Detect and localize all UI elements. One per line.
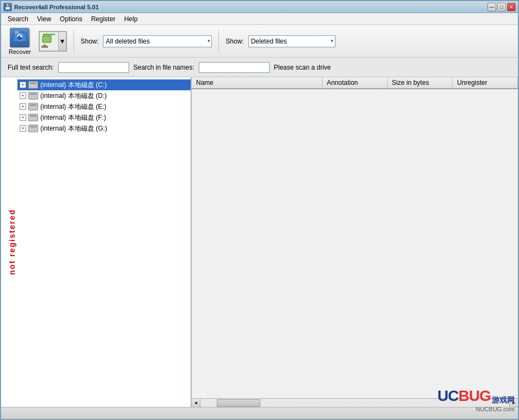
file-names-input[interactable] xyxy=(199,62,270,73)
title-bar: 💾 Recover4all Professional 5.01 — □ ✕ xyxy=(1,1,518,13)
minimize-button[interactable]: — xyxy=(487,3,496,11)
toolbar-separator xyxy=(74,30,74,52)
recover-label: Recover xyxy=(9,48,31,55)
status-bar xyxy=(1,407,518,419)
svg-rect-6 xyxy=(41,46,48,48)
show2-label: Show: xyxy=(225,38,243,45)
tree-icon[interactable] xyxy=(39,32,59,51)
menu-bar: Search View Options Register Help xyxy=(1,13,518,25)
tree-label-f: (internal) 本地磁盘 (F:) xyxy=(40,113,106,122)
tree-label-e: (internal) 本地磁盘 (E:) xyxy=(40,102,106,112)
close-button[interactable]: ✕ xyxy=(507,3,516,11)
tree-label-d: (internal) 本地磁盘 (D:) xyxy=(40,91,107,101)
tree-item-f[interactable]: + (internal) 本地磁盘 (F:) xyxy=(17,112,191,123)
menu-options[interactable]: Options xyxy=(56,13,87,25)
search-bar: Full text search: Search in file names: … xyxy=(1,58,518,77)
col-annotation[interactable]: Annotation xyxy=(322,77,387,89)
show1-select[interactable]: All deleted files Deleted files All file… xyxy=(103,35,212,47)
main-window: 💾 Recover4all Professional 5.01 — □ ✕ Se… xyxy=(0,0,519,420)
scroll-left-button[interactable]: ◄ xyxy=(192,399,200,407)
tree-label-c: (internal) 本地磁盘 (C:) xyxy=(40,81,107,90)
file-scroll-area[interactable]: Name Annotation Size in bytes Unregister xyxy=(192,77,518,398)
tree-item-c[interactable]: + (internal) 本地磁盘 (C:) xyxy=(17,79,191,90)
tree-panel: + (internal) 本地磁盘 (C:) + (internal) 本地磁盘… xyxy=(1,77,192,407)
full-text-label: Full text search: xyxy=(8,64,54,71)
file-names-label: Search in file names: xyxy=(133,64,194,71)
file-table: Name Annotation Size in bytes Unregister xyxy=(192,77,518,89)
recover-icon xyxy=(10,28,29,47)
col-size[interactable]: Size in bytes xyxy=(387,77,453,89)
file-panel-wrapper: Name Annotation Size in bytes Unregister… xyxy=(192,77,518,407)
col-unregister[interactable]: Unregister xyxy=(453,77,518,89)
scan-message: Please scan a drive xyxy=(274,64,331,71)
expand-c-button[interactable]: + xyxy=(20,82,26,88)
svg-rect-4 xyxy=(42,36,51,42)
full-text-input[interactable] xyxy=(58,62,129,73)
show2-select[interactable]: Deleted files All files Existing files xyxy=(248,35,335,47)
recover-button[interactable]: Recover xyxy=(5,27,34,56)
svg-rect-1 xyxy=(15,31,19,34)
maximize-button[interactable]: □ xyxy=(497,3,506,11)
tree-image-button[interactable]: ▼ xyxy=(39,31,67,52)
main-content: not registered + (internal) 本地磁盘 (C:) + … xyxy=(1,77,518,407)
tree-dropdown-arrow[interactable]: ▼ xyxy=(59,32,66,51)
menu-register[interactable]: Register xyxy=(87,13,120,25)
tree-item-d[interactable]: + (internal) 本地磁盘 (D:) xyxy=(17,90,191,101)
show1-select-wrapper[interactable]: All deleted files Deleted files All file… xyxy=(103,35,212,47)
title-bar-left: 💾 Recover4all Professional 5.01 xyxy=(3,3,99,11)
window-title: Recover4all Professional 5.01 xyxy=(14,4,99,10)
menu-search[interactable]: Search xyxy=(3,13,33,25)
tree-item-e[interactable]: + (internal) 本地磁盘 (E:) xyxy=(17,101,191,112)
show1-label: Show: xyxy=(81,38,99,45)
show2-select-wrapper[interactable]: Deleted files All files Existing files ▼ xyxy=(248,35,335,47)
menu-help[interactable]: Help xyxy=(120,13,142,25)
expand-f-button[interactable]: + xyxy=(20,114,26,121)
horizontal-scrollbar[interactable]: ◄ ► xyxy=(192,398,518,407)
scroll-thumb[interactable] xyxy=(217,399,260,407)
tree-label-g: (internal) 本地磁盘 (G:) xyxy=(40,124,107,133)
menu-view[interactable]: View xyxy=(33,13,56,25)
toolbar-separator2 xyxy=(218,30,219,52)
tree-item-g[interactable]: + (internal) 本地磁盘 (G:) xyxy=(17,123,191,134)
col-name[interactable]: Name xyxy=(192,77,322,89)
expand-g-button[interactable]: + xyxy=(20,125,26,132)
expand-e-button[interactable]: + xyxy=(20,103,26,110)
expand-d-button[interactable]: + xyxy=(20,92,26,99)
scroll-track[interactable] xyxy=(200,399,509,407)
app-icon: 💾 xyxy=(3,3,12,11)
chevron-down-icon: ▼ xyxy=(59,38,66,45)
title-bar-buttons: — □ ✕ xyxy=(487,3,516,11)
toolbar: Recover ▼ Show: All deleted files De xyxy=(1,25,518,58)
scroll-right-button[interactable]: ► xyxy=(509,399,518,407)
